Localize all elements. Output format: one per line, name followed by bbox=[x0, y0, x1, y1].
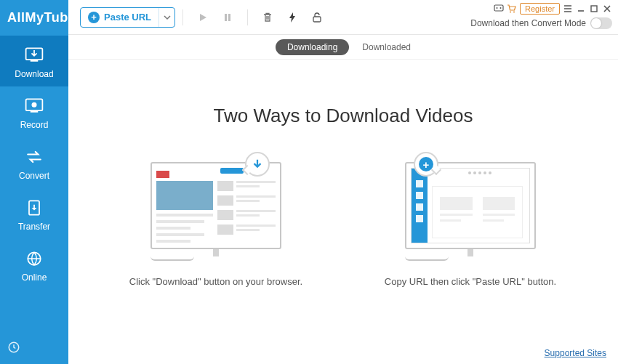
page-headline: Two Ways to Download Videos bbox=[68, 105, 618, 127]
lightning-icon bbox=[286, 12, 298, 23]
tab-downloaded[interactable]: Downloaded bbox=[362, 42, 411, 52]
illustration-row: Click "Download" button on your browser. bbox=[68, 162, 618, 288]
turbo-button[interactable] bbox=[284, 9, 300, 25]
clock-icon[interactable] bbox=[7, 341, 20, 357]
sidebar-bottom bbox=[0, 333, 68, 364]
content-area: Two Ways to Download Videos bbox=[68, 60, 618, 364]
unlock-button[interactable] bbox=[309, 9, 325, 25]
close-button[interactable] bbox=[602, 4, 612, 14]
sidebar-item-label: Record bbox=[20, 120, 49, 130]
cart-icon bbox=[507, 4, 517, 14]
convert-mode-row: Download then Convert Mode bbox=[470, 17, 612, 29]
caption-right: Copy URL then click "Paste URL" button. bbox=[385, 275, 556, 288]
sidebar-spacer bbox=[0, 290, 68, 333]
paste-url-label: Paste URL bbox=[104, 12, 151, 23]
svg-point-13 bbox=[500, 7, 502, 9]
hamburger-icon bbox=[563, 4, 573, 14]
separator bbox=[182, 9, 183, 25]
download-arrow-bubble bbox=[245, 152, 270, 177]
plus-icon: + bbox=[88, 12, 100, 23]
sidebar: AllMyTube Download Record Convert Transf… bbox=[0, 0, 68, 364]
toggle-knob bbox=[591, 18, 601, 28]
sidebar-item-download[interactable]: Download bbox=[0, 36, 68, 86]
browser-download-badge bbox=[220, 168, 244, 174]
separator bbox=[247, 9, 248, 25]
feedback-button[interactable] bbox=[494, 4, 504, 14]
sidebar-item-label: Convert bbox=[19, 171, 49, 181]
main-area: + Paste URL bbox=[68, 0, 618, 364]
svg-point-12 bbox=[497, 7, 498, 9]
svg-rect-9 bbox=[228, 14, 230, 21]
sidebar-item-label: Download bbox=[15, 69, 53, 79]
svg-rect-10 bbox=[313, 17, 321, 22]
caption-left: Click "Download" button on your browser. bbox=[129, 275, 302, 288]
sidebar-item-convert[interactable]: Convert bbox=[0, 137, 68, 188]
svg-rect-8 bbox=[225, 14, 227, 21]
delete-button[interactable] bbox=[260, 9, 276, 25]
menu-button[interactable] bbox=[563, 4, 573, 14]
topbar: + Paste URL bbox=[68, 0, 618, 35]
tabbar: Downloading Downloaded bbox=[68, 35, 618, 60]
convert-mode-toggle[interactable] bbox=[590, 17, 612, 29]
sidebar-item-label: Transfer bbox=[18, 222, 50, 232]
sidebar-item-record[interactable]: Record bbox=[0, 86, 68, 137]
register-button[interactable]: Register bbox=[520, 3, 560, 15]
method-browser-download: Click "Download" button on your browser. bbox=[125, 162, 307, 288]
maximize-icon bbox=[590, 4, 598, 13]
download-arrow-icon bbox=[251, 158, 264, 171]
play-icon bbox=[198, 12, 208, 23]
topbar-right: Register Download then Convert M bbox=[470, 3, 612, 29]
monitor-illustration bbox=[151, 162, 281, 261]
svg-rect-1 bbox=[31, 60, 39, 62]
monitor-illustration: + bbox=[405, 162, 536, 261]
record-icon bbox=[23, 97, 45, 116]
close-icon bbox=[603, 4, 611, 13]
svg-point-14 bbox=[510, 12, 511, 13]
paste-url-dropdown[interactable] bbox=[158, 7, 174, 28]
paste-plus-bubble: + bbox=[414, 152, 438, 177]
sidebar-item-online[interactable]: Online bbox=[0, 239, 68, 290]
chat-icon bbox=[494, 4, 504, 14]
maximize-button[interactable] bbox=[589, 4, 599, 14]
window-controls: Register bbox=[494, 3, 612, 15]
svg-rect-11 bbox=[494, 5, 503, 11]
trash-icon bbox=[262, 12, 273, 23]
transfer-icon bbox=[23, 198, 45, 217]
paste-url-button[interactable]: + Paste URL bbox=[80, 7, 175, 28]
svg-rect-3 bbox=[31, 111, 39, 113]
minimize-icon bbox=[577, 4, 585, 13]
paste-url-main[interactable]: + Paste URL bbox=[81, 12, 158, 23]
pause-button[interactable] bbox=[220, 9, 236, 25]
convert-mode-label: Download then Convert Mode bbox=[470, 18, 586, 28]
download-icon bbox=[23, 46, 45, 65]
supported-sites-link[interactable]: Supported Sites bbox=[545, 348, 606, 358]
minimize-button[interactable] bbox=[576, 4, 586, 14]
cart-button[interactable] bbox=[507, 4, 517, 14]
app-title: AllMyTube bbox=[0, 0, 68, 36]
svg-point-15 bbox=[513, 12, 515, 13]
app-root: AllMyTube Download Record Convert Transf… bbox=[0, 0, 618, 364]
convert-icon bbox=[23, 147, 45, 166]
tab-downloading[interactable]: Downloading bbox=[276, 39, 349, 55]
svg-point-4 bbox=[32, 102, 37, 108]
globe-icon bbox=[23, 249, 45, 268]
method-paste-url: + Copy URL then click "Paste URL" button… bbox=[380, 162, 561, 288]
play-button[interactable] bbox=[195, 9, 211, 25]
unlock-icon bbox=[310, 11, 324, 24]
sidebar-item-transfer[interactable]: Transfer bbox=[0, 188, 68, 239]
chevron-down-icon bbox=[164, 14, 171, 21]
pause-icon bbox=[222, 12, 233, 23]
svg-rect-16 bbox=[591, 6, 597, 12]
sidebar-item-label: Online bbox=[22, 272, 47, 283]
